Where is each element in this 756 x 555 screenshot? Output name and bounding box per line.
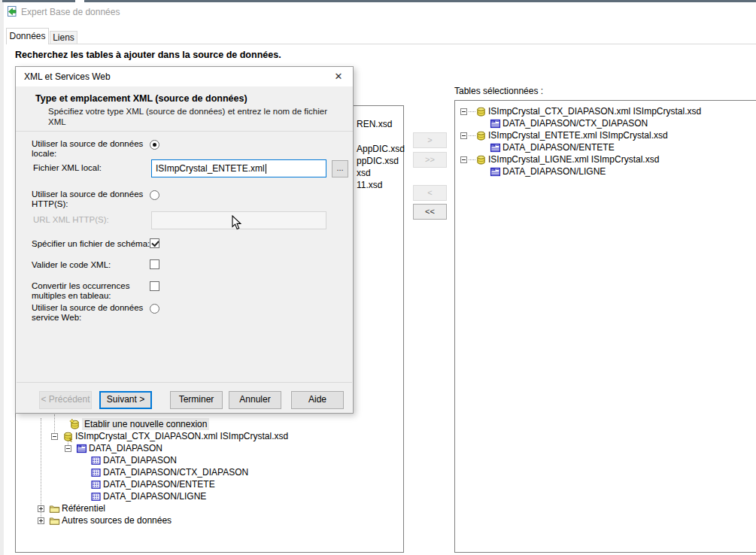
help-button[interactable]: Aide xyxy=(291,391,344,409)
validate-xml-checkbox[interactable] xyxy=(150,259,159,269)
local-source-label2: locale: xyxy=(32,149,56,158)
tree-item-table[interactable]: DATA_DIAPASON/ENTETE xyxy=(490,141,615,153)
tree-connector xyxy=(469,159,475,160)
close-icon[interactable]: ✕ xyxy=(330,69,347,84)
table-icon xyxy=(490,166,501,177)
local-file-input[interactable]: ISImpCrystal_ENTETE.xml xyxy=(151,159,326,177)
schema-file-checkbox[interactable] xyxy=(150,238,159,248)
tree-item-autres-sources[interactable]: Autres sources de données xyxy=(38,514,172,526)
remove-all-tables-button[interactable]: << xyxy=(413,204,447,220)
clipped-list-item: ppDIC.xsd xyxy=(357,156,399,166)
text-caret xyxy=(266,164,266,174)
local-source-label: Utiliser la source de données xyxy=(32,139,143,148)
folder-icon xyxy=(49,515,60,526)
tree-item-label: Autres sources de données xyxy=(62,514,172,526)
tree-item-data-diapason[interactable]: DATA_DIAPASON xyxy=(65,442,162,454)
table-icon xyxy=(90,467,102,478)
collapse-toggle[interactable] xyxy=(460,156,467,163)
expand-toggle[interactable] xyxy=(38,505,44,512)
dialog-titlebar: XML et Services Web ✕ xyxy=(16,67,353,86)
tree-item-label: DATA_DIAPASON xyxy=(89,442,162,454)
window-title: Expert Base de données xyxy=(21,7,120,17)
schema-file-label: Spécifier un fichier de schéma: xyxy=(32,239,150,248)
tree-item-label: ISImpCrystal_ENTETE.xml ISImpCrystal.xsd xyxy=(488,129,668,141)
tree-item-label: DATA_DIAPASON/LIGNE xyxy=(103,490,206,502)
button-bar-separator xyxy=(17,382,352,383)
local-file-label: Fichier XML local: xyxy=(33,163,102,172)
database-icon xyxy=(475,154,487,165)
add-all-tables-button[interactable]: >> xyxy=(413,152,447,168)
selected-tables-label: Tables sélectionnées : xyxy=(454,86,543,96)
cancel-button[interactable]: Annuler xyxy=(229,391,281,409)
web-service-radio[interactable] xyxy=(150,304,159,314)
tab-donnees[interactable]: Données xyxy=(6,28,49,44)
tree-item-table[interactable]: DATA_DIAPASON/ENTETE xyxy=(90,478,215,490)
dialog-title: XML et Services Web xyxy=(24,71,111,82)
tree-item-label: DATA_DIAPASON/ENTETE xyxy=(502,141,615,153)
convert-multiple-checkbox[interactable] xyxy=(150,281,159,291)
table-icon xyxy=(90,455,102,466)
table-icon xyxy=(490,142,501,153)
tree-item-xml-source[interactable]: ISImpCrystal_LIGNE.xml ISImpCrystal.xsd xyxy=(460,153,659,165)
tab-pane-border xyxy=(6,44,756,44)
clipped-list-item: AppDIC.xsd xyxy=(357,144,405,154)
dialog-header-description: Spécifiez votre type XML (source de donn… xyxy=(48,107,327,116)
previous-button[interactable]: < Précédent xyxy=(39,391,92,409)
validate-xml-label: Valider le code XML: xyxy=(32,260,111,269)
remove-table-button[interactable]: < xyxy=(413,185,447,201)
finish-button[interactable]: Terminer xyxy=(170,391,223,409)
collapse-toggle[interactable] xyxy=(51,433,58,440)
tree-item-label: DATA_DIAPASON xyxy=(103,454,177,466)
tree-item-label: ISImpCrystal_CTX_DIAPASON.xml ISImpCryst… xyxy=(488,105,701,117)
window-top-border xyxy=(2,0,75,2)
window-top-border xyxy=(84,0,756,2)
local-source-radio[interactable] xyxy=(150,140,159,150)
add-table-button[interactable]: > xyxy=(413,132,447,148)
table-icon xyxy=(490,118,501,129)
tree-item-new-connection[interactable]: Etablir une nouvelle connexion xyxy=(69,418,209,430)
http-source-radio[interactable] xyxy=(150,190,159,200)
tree-item-xml-source[interactable]: ISImpCrystal_ENTETE.xml ISImpCrystal.xsd xyxy=(460,129,668,141)
tree-item-label: ISImpCrystal_LIGNE.xml ISImpCrystal.xsd xyxy=(488,153,659,165)
folder-icon xyxy=(49,503,60,514)
convert-multiple-label: Convertir les occurrences xyxy=(32,281,129,290)
application-window: Expert Base de données Données Liens Rec… xyxy=(0,0,756,555)
tree-item-table[interactable]: DATA_DIAPASON/LIGNE xyxy=(490,165,606,177)
tree-item-table[interactable]: DATA_DIAPASON/LIGNE xyxy=(90,490,206,502)
tree-item-referentiel[interactable]: Référentiel xyxy=(38,502,105,514)
convert-multiple-label2: multiples en tableau: xyxy=(32,291,111,300)
tree-item-label: DATA_DIAPASON/ENTETE xyxy=(103,478,215,490)
database-connection-icon xyxy=(62,431,74,442)
window-left-border xyxy=(0,0,4,555)
tree-item-xml-connection[interactable]: ISImpCrystal_CTX_DIAPASON.xml ISImpCryst… xyxy=(51,430,288,442)
tree-item-table[interactable]: DATA_DIAPASON xyxy=(90,454,177,466)
next-button[interactable]: Suivant > xyxy=(99,391,152,409)
tab-liens[interactable]: Liens xyxy=(50,31,77,44)
table-icon xyxy=(90,491,102,502)
table-group-icon xyxy=(76,443,87,454)
table-icon xyxy=(90,479,102,490)
tree-item-label: DATA_DIAPASON/CTX_DIAPASON xyxy=(103,466,248,478)
collapse-toggle[interactable] xyxy=(65,445,71,452)
tree-item-label: Etablir une nouvelle connexion xyxy=(82,418,209,430)
clipped-list-item: REN.xsd xyxy=(357,119,392,129)
tree-connector xyxy=(469,111,475,112)
mouse-cursor xyxy=(232,215,241,230)
tree-item-label: ISImpCrystal_CTX_DIAPASON.xml ISImpCryst… xyxy=(75,430,288,442)
local-file-value: ISImpCrystal_ENTETE.xml xyxy=(156,163,265,174)
http-source-label2: HTTP(S): xyxy=(32,199,68,208)
expand-toggle[interactable] xyxy=(38,517,44,524)
tree-item-xml-source[interactable]: ISImpCrystal_CTX_DIAPASON.xml ISImpCryst… xyxy=(460,105,701,117)
web-service-label: Utiliser la source de données xyxy=(32,303,143,312)
dialog-header-description: XML xyxy=(48,117,66,126)
web-service-label2: service Web: xyxy=(32,313,81,322)
database-expert-icon xyxy=(6,5,18,17)
tree-item-table[interactable]: DATA_DIAPASON/CTX_DIAPASON xyxy=(490,117,648,129)
collapse-toggle[interactable] xyxy=(460,108,467,115)
url-label: URL XML HTTP(S): xyxy=(33,215,109,224)
new-connection-icon xyxy=(69,419,80,430)
collapse-toggle[interactable] xyxy=(460,132,467,139)
tree-item-table[interactable]: DATA_DIAPASON/CTX_DIAPASON xyxy=(90,466,248,478)
browse-button[interactable]: ... xyxy=(332,160,348,177)
tree-item-label: Référentiel xyxy=(62,502,105,514)
